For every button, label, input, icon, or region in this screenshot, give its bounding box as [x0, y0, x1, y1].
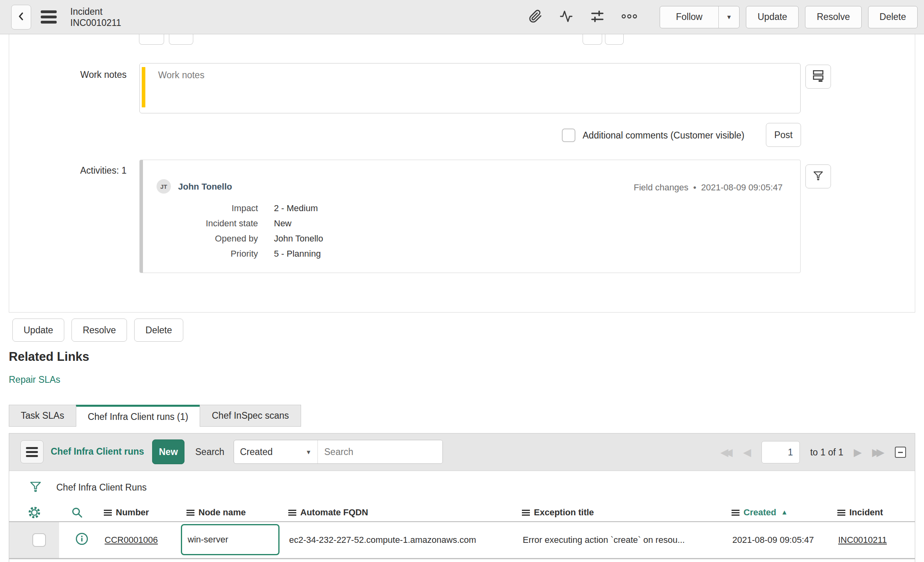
tab-chef-inspec-scans[interactable]: Chef InSpec scans	[200, 405, 301, 427]
column-header-created[interactable]: Created ▲	[723, 507, 829, 518]
incident-page: Incident INC0010211 Follow ▼ Update Reso…	[0, 0, 924, 562]
update-button[interactable]: Update	[12, 319, 64, 342]
field-value: 5 - Planning	[274, 249, 323, 259]
list-menu-button[interactable]	[20, 440, 44, 463]
follow-split-button: Follow ▼	[660, 6, 740, 28]
toggle-activity-list-button[interactable]	[805, 65, 831, 89]
activity-event-type: Field changes	[634, 182, 688, 193]
field-value: 2 - Medium	[274, 203, 323, 213]
additional-comments-checkbox[interactable]	[562, 129, 575, 142]
activity-author: John Tonello	[178, 182, 232, 192]
column-header-node-name[interactable]: Node name	[178, 507, 280, 518]
work-notes-field	[139, 63, 801, 113]
search-field-select[interactable]: Created ▼	[234, 440, 317, 463]
field-label: Incident state	[165, 218, 258, 228]
chef-infra-client-runs-list: Chef Infra Client runs New Search Create…	[9, 433, 915, 562]
chevron-down-icon: ▼	[726, 14, 732, 20]
back-chevron-icon	[16, 10, 26, 24]
cell-number: CCR0001006	[95, 535, 178, 545]
cell-node-name: win-server	[178, 522, 280, 558]
column-header-incident[interactable]: Incident	[829, 507, 915, 518]
cell-incident: INC0010211	[829, 535, 915, 545]
activity-stream-icon[interactable]	[559, 10, 573, 25]
resolve-button[interactable]: Resolve	[71, 319, 127, 342]
column-menu-icon	[732, 510, 740, 516]
work-notes-input[interactable]	[140, 63, 800, 113]
back-button[interactable]	[11, 5, 31, 30]
column-label: Node name	[198, 507, 246, 518]
repair-slas-link[interactable]: Repair SLAs	[9, 374, 60, 385]
activity-filter-button[interactable]	[805, 164, 831, 188]
info-icon[interactable]	[75, 532, 88, 548]
activity-field-changes: Impact 2 - Medium Incident state New Ope…	[165, 203, 323, 259]
previous-page-icon[interactable]: ◀	[743, 447, 751, 457]
cell-created[interactable]: 2021-08-09 09:05:47	[723, 535, 829, 545]
follow-dropdown-button[interactable]: ▼	[718, 6, 739, 28]
record-number: INC0010211	[70, 17, 121, 28]
list-toolbar: Chef Infra Client runs New Search Create…	[9, 433, 915, 471]
row-info-cell	[59, 522, 95, 558]
more-options-icon[interactable]	[621, 13, 637, 22]
personalize-form-icon[interactable]	[590, 9, 605, 25]
work-notes-label: Work notes	[9, 69, 127, 80]
list-title-link[interactable]: Chef Infra Client runs	[51, 446, 144, 457]
incident-form: Work notes Additional comments (Customer…	[9, 34, 915, 313]
clipped-button[interactable]	[139, 34, 164, 45]
row-select-cell	[9, 522, 59, 558]
column-label: Exception title	[534, 507, 594, 518]
node-name-value: win-server	[188, 534, 228, 545]
avatar: JT	[157, 179, 171, 194]
tab-chef-infra-client-runs[interactable]: Chef Infra Client runs (1)	[76, 405, 200, 427]
field-value: John Tonello	[274, 234, 323, 243]
clipped-button[interactable]	[583, 34, 602, 45]
update-button-header[interactable]: Update	[746, 6, 799, 28]
page-number-input[interactable]	[761, 441, 800, 463]
new-button[interactable]: New	[152, 439, 184, 464]
follow-button[interactable]: Follow	[660, 6, 718, 28]
field-label: Opened by	[165, 234, 258, 243]
context-menu-icon[interactable]	[41, 10, 57, 24]
row-checkbox[interactable]	[32, 533, 46, 547]
collapse-list-icon[interactable]	[895, 447, 906, 458]
focused-cell[interactable]: win-server	[181, 524, 280, 555]
attachment-icon[interactable]	[529, 9, 542, 25]
pagination-range: to 1 of 1	[810, 447, 843, 458]
incident-link[interactable]: INC0010211	[838, 535, 887, 545]
sort-ascending-icon: ▲	[781, 509, 788, 516]
next-page-icon[interactable]: ▶	[854, 447, 862, 457]
table-header: Number Node name Automate FQDN Exception…	[9, 504, 915, 522]
column-header-automate-fqdn[interactable]: Automate FQDN	[280, 507, 513, 518]
activity-card-accent	[140, 160, 143, 273]
search-input[interactable]	[318, 440, 442, 463]
column-header-exception-title[interactable]: Exception title	[513, 507, 723, 518]
search-combo: Created ▼	[234, 440, 443, 464]
filter-funnel-icon[interactable]	[29, 480, 42, 495]
search-column-icon[interactable]	[59, 507, 95, 518]
tab-task-slas[interactable]: Task SLAs	[9, 405, 76, 427]
clipped-button[interactable]	[605, 34, 624, 45]
delete-button[interactable]: Delete	[134, 319, 183, 342]
column-label: Number	[116, 507, 149, 518]
activity-timestamp: 2021-08-09 09:05:47	[701, 182, 783, 193]
record-link[interactable]: CCR0001006	[105, 535, 158, 545]
last-page-icon[interactable]: ▶▶	[872, 447, 884, 457]
form-footer-actions: Update Resolve Delete	[12, 319, 183, 342]
field-label: Impact	[165, 203, 258, 213]
additional-comments-label: Additional comments (Customer visible)	[583, 130, 744, 141]
post-button[interactable]: Post	[766, 123, 801, 147]
column-header-number[interactable]: Number	[95, 507, 178, 518]
resolve-button-header[interactable]: Resolve	[805, 6, 861, 28]
column-menu-icon	[288, 510, 296, 516]
delete-button-header[interactable]: Delete	[868, 6, 918, 28]
cell-automate-fqdn[interactable]: ec2-34-232-227-52.compute-1.amazonaws.co…	[280, 535, 513, 545]
cell-exception-title[interactable]: Error executing action `create` on resou…	[513, 535, 723, 545]
first-page-icon[interactable]: ◀◀	[720, 447, 733, 457]
record-type: Incident	[70, 6, 121, 17]
list-toggle-icon	[812, 69, 824, 84]
header-bar: Incident INC0010211 Follow ▼ Update Reso…	[0, 0, 924, 34]
column-label: Created	[744, 507, 776, 518]
column-menu-icon	[522, 510, 530, 516]
personalize-list-gear-icon[interactable]	[9, 506, 59, 519]
header-icons	[529, 9, 637, 25]
clipped-button[interactable]	[169, 34, 193, 45]
